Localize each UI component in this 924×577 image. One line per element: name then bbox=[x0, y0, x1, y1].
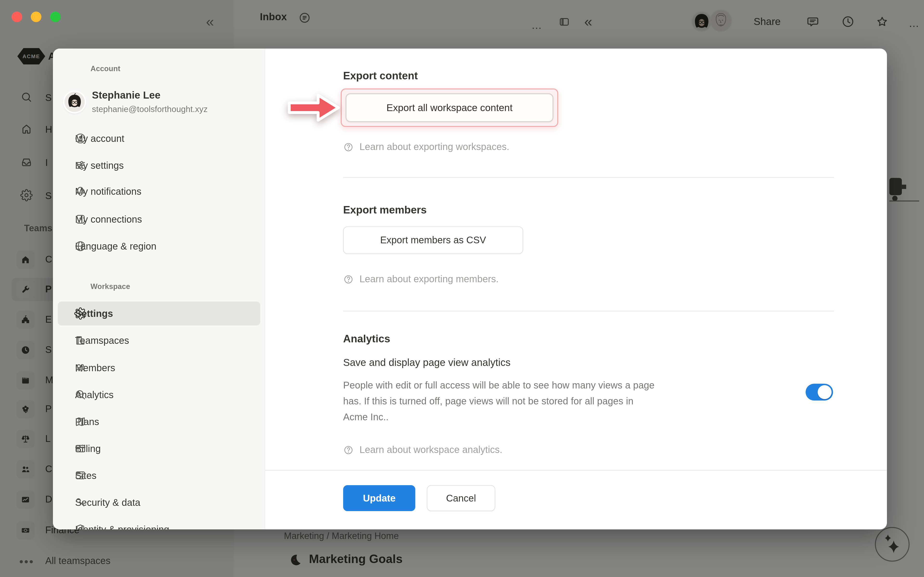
sidebar-item-sites[interactable]: Sites bbox=[58, 464, 260, 488]
people-icon bbox=[74, 362, 87, 374]
learn-exporting-workspaces-link[interactable]: Learn about exporting workspaces. bbox=[343, 141, 509, 152]
footer-divider bbox=[265, 470, 887, 471]
question-circle-icon bbox=[343, 445, 354, 455]
learn-exporting-members-link[interactable]: Learn about exporting members. bbox=[343, 274, 499, 285]
sidebar-item-my-connections[interactable]: My connections bbox=[58, 207, 260, 231]
section-divider bbox=[343, 177, 834, 178]
workspace-section-label: Workspace bbox=[90, 282, 130, 291]
learn-link-label: Learn about workspace analytics. bbox=[360, 444, 502, 455]
export-members-heading: Export members bbox=[343, 204, 426, 216]
sidebar-item-members[interactable]: Members bbox=[58, 356, 260, 380]
sidebar-item-security-data[interactable]: Security & data bbox=[58, 490, 260, 514]
description-line: has. If this is turned off, page views w… bbox=[343, 393, 776, 409]
user-name: Stephanie Lee bbox=[92, 89, 160, 101]
section-divider bbox=[343, 311, 834, 311]
traffic-close-button[interactable] bbox=[11, 11, 22, 22]
settings-modal-sidebar: Account Stephanie Lee stephanie@toolsfor… bbox=[53, 48, 265, 529]
sidebar-item-my-account[interactable]: My account bbox=[58, 126, 260, 150]
shield-person-icon bbox=[74, 523, 87, 529]
learn-workspace-analytics-link[interactable]: Learn about workspace analytics. bbox=[343, 444, 502, 455]
sidebar-item-language-region[interactable]: Language & region bbox=[58, 234, 260, 258]
building-icon bbox=[74, 334, 87, 347]
description-line: Acme Inc.. bbox=[343, 409, 776, 425]
user-email: stephanie@toolsforthought.xyz bbox=[92, 104, 208, 114]
key-icon bbox=[74, 496, 87, 509]
sidebar-item-label: Language & region bbox=[75, 241, 157, 252]
question-circle-icon bbox=[343, 142, 354, 152]
map-icon bbox=[74, 416, 87, 428]
page-view-analytics-title: Save and display page view analytics bbox=[343, 357, 510, 368]
toggle-knob bbox=[817, 385, 832, 399]
analytics-toggle[interactable] bbox=[806, 384, 833, 401]
credit-card-icon bbox=[74, 442, 87, 455]
export-members-csv-button[interactable]: Export members as CSV bbox=[343, 226, 523, 254]
account-section-label: Account bbox=[90, 64, 120, 73]
screenshot-root: « Inbox … « Share … ACME A S H I S Teams bbox=[0, 0, 924, 577]
export-content-heading: Export content bbox=[343, 70, 418, 82]
settings-modal: Account Stephanie Lee stephanie@toolsfor… bbox=[53, 48, 887, 529]
page-view-analytics-description: People with edit or full access will be … bbox=[343, 377, 776, 425]
sidebar-item-identity-provisioning[interactable]: Identity & provisioning bbox=[58, 517, 260, 529]
sidebar-item-analytics[interactable]: Analytics bbox=[58, 383, 260, 407]
cancel-button[interactable]: Cancel bbox=[427, 485, 495, 511]
magnifier-sparkle-icon bbox=[74, 388, 87, 401]
sidebar-item-teamspaces[interactable]: Teamspaces bbox=[58, 329, 260, 353]
question-circle-icon bbox=[343, 274, 354, 284]
sidebar-item-my-settings[interactable]: My settings bbox=[58, 153, 260, 177]
learn-link-label: Learn about exporting workspaces. bbox=[360, 141, 509, 152]
description-line: People with edit or full access will be … bbox=[343, 377, 776, 393]
learn-link-label: Learn about exporting members. bbox=[360, 274, 499, 285]
arrow-up-right-box-icon bbox=[74, 213, 87, 226]
traffic-minimize-button[interactable] bbox=[31, 11, 41, 22]
analytics-heading: Analytics bbox=[343, 333, 390, 345]
annotation-arrow-icon bbox=[287, 89, 341, 126]
globe-icon bbox=[74, 240, 87, 253]
sidebar-item-billing[interactable]: Billing bbox=[58, 437, 260, 461]
sliders-icon bbox=[74, 159, 87, 172]
browser-cursor-icon bbox=[74, 469, 87, 482]
settings-modal-content: Export content Export all workspace cont… bbox=[265, 48, 887, 529]
gear-icon bbox=[74, 307, 87, 320]
sidebar-item-my-notifications[interactable]: My notifications bbox=[58, 179, 260, 203]
update-button[interactable]: Update bbox=[343, 485, 415, 511]
sidebar-item-plans[interactable]: Plans bbox=[58, 410, 260, 434]
person-circle-icon bbox=[74, 132, 87, 145]
sidebar-item-label: Identity & provisioning bbox=[75, 524, 169, 529]
bell-icon bbox=[74, 185, 87, 198]
sidebar-item-settings[interactable]: Settings bbox=[58, 301, 260, 326]
user-avatar bbox=[65, 92, 85, 112]
traffic-zoom-button[interactable] bbox=[50, 11, 61, 22]
export-all-workspace-content-button[interactable]: Export all workspace content bbox=[346, 93, 553, 122]
